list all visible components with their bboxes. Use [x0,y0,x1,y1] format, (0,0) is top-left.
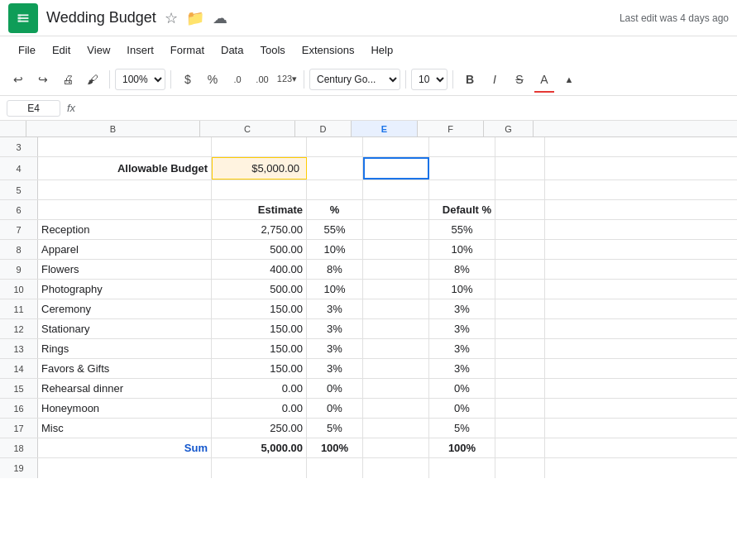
cell-e9[interactable] [363,260,429,279]
cell-c15[interactable]: 0.00 [212,379,307,398]
cell-e14[interactable] [363,359,429,378]
cell-b12[interactable]: Stationary [38,319,212,338]
cell-d15[interactable]: 0% [307,379,363,398]
currency-button[interactable]: $ [176,68,199,91]
cell-d18[interactable]: 100% [307,438,363,457]
cell-c16[interactable]: 0.00 [212,399,307,418]
col-header-b[interactable]: B [26,121,200,136]
cell-e12[interactable] [363,319,429,338]
cell-f8[interactable]: 10% [429,240,495,259]
cell-e15[interactable] [363,379,429,398]
star-icon[interactable]: ☆ [165,9,178,27]
cell-c12[interactable]: 150.00 [212,319,307,338]
cell-e5[interactable] [363,180,429,199]
cell-d11[interactable]: 3% [307,299,363,318]
cell-g5[interactable] [495,180,545,199]
cell-d14[interactable]: 3% [307,359,363,378]
cell-g8[interactable] [495,240,545,259]
cell-d13[interactable]: 3% [307,339,363,358]
cell-g14[interactable] [495,359,545,378]
cell-f11[interactable]: 3% [429,299,495,318]
cell-e16[interactable] [363,399,429,418]
cell-g12[interactable] [495,319,545,338]
cell-b17[interactable]: Misc [38,419,212,438]
strikethrough-button[interactable]: S [508,68,531,91]
number-format-button[interactable]: 123▾ [275,68,299,91]
cell-e3[interactable] [363,137,429,156]
decimal-decrease-button[interactable]: .0 [226,68,249,91]
cell-c5[interactable] [212,180,307,199]
redo-button[interactable]: ↪ [31,68,55,91]
cell-d8[interactable]: 10% [307,240,363,259]
cell-d7[interactable]: 55% [307,220,363,239]
cell-g3[interactable] [495,137,545,156]
col-header-e[interactable]: E [352,121,418,136]
cell-d17[interactable]: 5% [307,419,363,438]
cell-e11[interactable] [363,299,429,318]
cell-g13[interactable] [495,339,545,358]
cell-g18[interactable] [495,438,545,457]
cell-c8[interactable]: 500.00 [212,240,307,259]
cell-g15[interactable] [495,379,545,398]
cell-d9[interactable]: 8% [307,260,363,279]
cell-f12[interactable]: 3% [429,319,495,338]
cell-b8[interactable]: Apparel [38,240,212,259]
menu-tools[interactable]: Tools [253,41,291,60]
cell-b4[interactable]: Allowable Budget [38,157,212,179]
cell-f3[interactable] [429,137,495,156]
cell-b15[interactable]: Rehearsal dinner [38,379,212,398]
cell-f15[interactable]: 0% [429,379,495,398]
cell-b18[interactable]: Sum [38,438,212,457]
cell-g16[interactable] [495,399,545,418]
cell-f6[interactable]: Default % [429,200,495,219]
cell-e19[interactable] [363,458,429,478]
italic-button[interactable]: I [483,68,506,91]
cell-c17[interactable]: 250.00 [212,419,307,438]
cell-b19[interactable] [38,458,212,478]
cell-d19[interactable] [307,458,363,478]
cell-f16[interactable]: 0% [429,399,495,418]
menu-edit[interactable]: Edit [45,41,77,60]
menu-file[interactable]: File [12,41,42,60]
cell-e10[interactable] [363,280,429,299]
cell-b6[interactable] [38,200,212,219]
col-header-c[interactable]: C [200,121,295,136]
cell-f10[interactable]: 10% [429,280,495,299]
cell-b3[interactable] [38,137,212,156]
col-header-d[interactable]: D [295,121,352,136]
font-size-select[interactable]: 10 [411,69,447,90]
cell-c11[interactable]: 150.00 [212,299,307,318]
cell-b16[interactable]: Honeymoon [38,399,212,418]
cell-e18[interactable] [363,438,429,457]
cell-e6[interactable] [363,200,429,219]
cell-g11[interactable] [495,299,545,318]
cell-d16[interactable]: 0% [307,399,363,418]
cell-c9[interactable]: 400.00 [212,260,307,279]
cell-c19[interactable] [212,458,307,478]
cell-c13[interactable]: 150.00 [212,339,307,358]
menu-view[interactable]: View [80,41,117,60]
zoom-select[interactable]: 100% [115,69,165,90]
cell-f19[interactable] [429,458,495,478]
cell-e7[interactable] [363,220,429,239]
cell-b5[interactable] [38,180,212,199]
cell-f5[interactable] [429,180,495,199]
cell-b9[interactable]: Flowers [38,260,212,279]
cell-b10[interactable]: Photography [38,280,212,299]
cloud-icon[interactable]: ☁ [213,9,227,27]
cell-g6[interactable] [495,200,545,219]
cell-g4[interactable] [495,157,545,179]
menu-format[interactable]: Format [164,41,211,60]
cell-c6[interactable]: Estimate [212,200,307,219]
bold-button[interactable]: B [458,68,481,91]
cell-c14[interactable]: 150.00 [212,359,307,378]
cell-g10[interactable] [495,280,545,299]
col-header-f[interactable]: F [418,121,484,136]
font-select[interactable]: Century Go... [309,69,400,90]
cell-c10[interactable]: 500.00 [212,280,307,299]
cell-e8[interactable] [363,240,429,259]
cell-d10[interactable]: 10% [307,280,363,299]
cell-e17[interactable] [363,419,429,438]
cell-c3[interactable] [212,137,307,156]
cell-f7[interactable]: 55% [429,220,495,239]
